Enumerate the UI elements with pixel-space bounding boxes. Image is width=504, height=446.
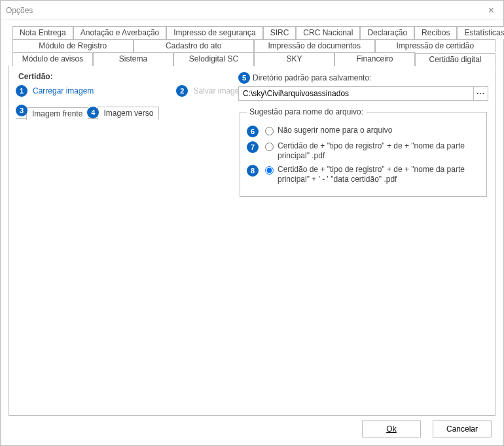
badge-1: 1	[16, 85, 27, 97]
tab-impresso-de-seguran-a[interactable]: Impresso de segurança	[166, 26, 262, 39]
badge-6: 6	[247, 126, 259, 137]
tab-crc-nacional[interactable]: CRC Nacional	[296, 26, 360, 39]
dir-input[interactable]	[239, 87, 473, 100]
badge-5: 5	[238, 72, 250, 84]
tab-impress-o-de-documentos[interactable]: Impressão de documentos	[254, 39, 375, 52]
dialog-footer: Ok Cancelar	[362, 420, 492, 437]
tab-cadastro-do-ato[interactable]: Cadastro do ato	[134, 39, 255, 52]
window-title: Opções	[6, 6, 484, 15]
suggest-legend: Sugestão para nome do arquivo:	[247, 107, 366, 116]
tab-nota-entrega[interactable]: Nota Entrega	[12, 26, 73, 39]
dir-label: Diretório padrão para salvamento:	[253, 73, 371, 82]
tab-estat-sticas[interactable]: Estatísticas	[457, 26, 504, 39]
tab-impress-o-de-certid-o[interactable]: Impressão de certidão	[375, 39, 496, 52]
tab-certid-o-digital[interactable]: Certidão digital	[415, 53, 495, 67]
tab-content: Certidão: 1 Carregar imagem 2 Salvar ima…	[9, 65, 495, 416]
tab-selodigital-sc[interactable]: Selodigital SC	[173, 52, 254, 66]
suggest-opt2-radio[interactable]	[265, 143, 274, 151]
tabs-area: Nota EntregaAnotação e AverbaçãoImpresso…	[1, 20, 503, 65]
badge-7: 7	[247, 141, 259, 153]
options-window: Opções × Nota EntregaAnotação e Averbaçã…	[0, 0, 504, 446]
tab-financeiro[interactable]: Financeiro	[334, 52, 415, 66]
suggest-opt1-label: Não sugerir nome para o arquivo	[278, 126, 480, 135]
tab-sirc[interactable]: SIRC	[263, 26, 297, 39]
tab-m-dulo-de-avisos[interactable]: Módulo de avisos	[12, 52, 93, 66]
badge-8: 8	[247, 165, 259, 177]
close-icon[interactable]: ×	[484, 5, 498, 16]
subtab-back[interactable]: Imagem verso	[98, 107, 159, 120]
tab-sky[interactable]: SKY	[254, 52, 334, 66]
tab-recibos[interactable]: Recibos	[414, 26, 457, 39]
cancel-button[interactable]: Cancelar	[433, 420, 492, 437]
suggest-opt3-label: Certidão de + "tipo de registro" + de + …	[278, 165, 480, 184]
suggest-opt2-label: Certidão de + "tipo de registro" + de + …	[278, 141, 480, 161]
tab-sistema[interactable]: Sistema	[93, 52, 173, 66]
tab-declara-o[interactable]: Declaração	[360, 26, 414, 39]
suggest-opt1-radio[interactable]	[265, 127, 274, 135]
ok-button[interactable]: Ok	[362, 420, 421, 437]
subtab-front[interactable]: Imagem frente	[26, 107, 88, 120]
tab-anota-o-e-averba-o[interactable]: Anotação e Averbação	[73, 26, 167, 39]
badge-3: 3	[16, 105, 27, 116]
dir-input-wrap: ···	[238, 86, 488, 101]
titlebar: Opções ×	[1, 1, 503, 20]
filename-suggest-group: Sugestão para nome do arquivo: 6 Não sug…	[240, 107, 487, 197]
badge-2: 2	[176, 85, 188, 97]
suggest-opt3-radio[interactable]	[265, 166, 274, 175]
browse-button[interactable]: ···	[473, 87, 488, 100]
load-image-link[interactable]: Carregar imagem	[33, 86, 94, 95]
tab-m-dulo-de-registro[interactable]: Módulo de Registro	[12, 39, 134, 52]
